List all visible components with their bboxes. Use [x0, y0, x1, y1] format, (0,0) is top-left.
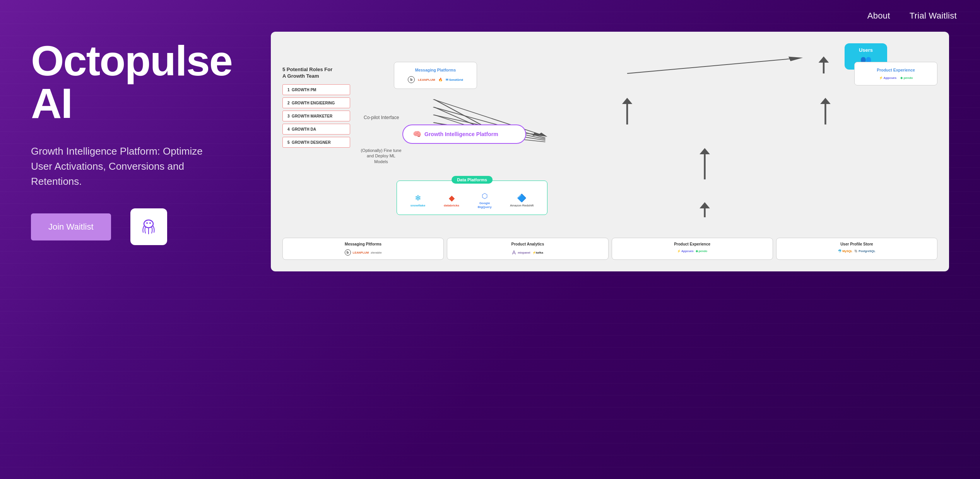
- hero-subtitle: Growth Intelligence Platform: Optimize U…: [31, 144, 217, 189]
- svg-rect-0: [137, 215, 160, 239]
- about-link[interactable]: About: [867, 11, 890, 21]
- bottom-analytics-logos: A mixpanel ⚡kafka: [451, 249, 604, 256]
- bottom-user-store-box: User Profile Store 🐬 MySQL 🐘 PostgreSQL: [776, 238, 937, 260]
- bottom-messaging-title: Messaging Pltforms: [287, 242, 440, 246]
- diagram-section: Users 👥 Messaging Platforms b LEANPLUM 🔥…: [271, 32, 949, 271]
- data-platforms-label: Data Platforms: [452, 176, 493, 184]
- roles-title: 5 Potential Roles For A Growth Team: [282, 66, 333, 80]
- trial-waitlist-link[interactable]: Trial Waitlist: [910, 11, 957, 21]
- appcues-logo: ⚡ Appcues: [879, 76, 897, 80]
- bottom-product-exp-title: Product Experience: [616, 242, 769, 246]
- bottom-messaging-logos: b LEANPLUM zterable: [287, 249, 440, 256]
- leanplum-logo: LEANPLUM: [418, 78, 435, 82]
- data-logos: ❄ snowflake ◆ databricks ⬡ GoogleBigQuer…: [403, 192, 541, 209]
- roles-section: 5 Potential Roles For A Growth Team 1 GR…: [282, 66, 350, 150]
- svg-line-11: [627, 58, 800, 73]
- main-content: Octopulse AI Growth Intelligence Platfor…: [0, 32, 980, 295]
- bigquery-item: ⬡ GoogleBigQuery: [478, 192, 492, 209]
- bottom-product-exp-logos: ⚡ Appcues ◆ pendo: [616, 249, 769, 253]
- snowflake-item: ❄ snowflake: [410, 193, 426, 207]
- role-item-4: 4 GROWTH DA: [282, 124, 350, 135]
- databricks-item: ◆ databricks: [444, 193, 459, 207]
- messaging-logos: b LEANPLUM 🔥 ✉ SendGrid: [400, 76, 470, 83]
- optionally-label: (Optionally) Fine tune and Deploy ML Mod…: [360, 148, 402, 164]
- users-label: Users: [859, 47, 873, 53]
- bottom-analytics-box: Product Analytics A mixpanel ⚡kafka: [447, 238, 608, 260]
- role-item-1: 1 GROWTH PM: [282, 84, 350, 95]
- cta-area: Join Waitlist: [31, 208, 248, 245]
- role-item-2: 2 GROWTH ENGIEERING: [282, 97, 350, 108]
- gip-icon: 🧠: [413, 130, 421, 138]
- pendo-logo: ◆ pendo: [900, 76, 913, 80]
- copilot-label: Co-pilot Interface: [364, 115, 399, 120]
- role-item-3: 3 GROWTH MARKETER: [282, 111, 350, 121]
- data-platforms-box: Data Platforms ❄ snowflake ◆ databricks …: [397, 181, 547, 215]
- flame-icon: 🔥: [438, 78, 443, 82]
- product-experience-box: Product Experience ⚡ Appcues ◆ pendo: [854, 62, 937, 85]
- bottom-analytics-title: Product Analytics: [451, 242, 604, 246]
- logo-box: [130, 208, 167, 245]
- page-title: Octopulse AI: [31, 39, 248, 124]
- messaging-title: Messaging Platforms: [400, 68, 470, 72]
- sendgrid-logo: ✉ SendGrid: [446, 78, 463, 82]
- bottom-user-store-title: User Profile Store: [780, 242, 933, 246]
- bottom-messaging-box: Messaging Pltforms b LEANPLUM zterable: [282, 238, 444, 260]
- svg-point-2: [146, 222, 148, 224]
- gip-box: 🧠 Growth Intelligence Platform: [402, 124, 526, 144]
- gip-label: Growth Intelligence Platform: [424, 131, 498, 137]
- redshift-item: 🔷 Amazon Redshift: [510, 193, 534, 208]
- role-item-5: 5 GROWTH DESIGNER: [282, 137, 350, 148]
- product-exp-logos: ⚡ Appcues ◆ pendo: [861, 76, 931, 80]
- bottom-product-exp-box: Product Experience ⚡ Appcues ◆ pendo: [612, 238, 773, 260]
- left-section: Octopulse AI Growth Intelligence Platfor…: [31, 32, 248, 245]
- octopulse-logo-icon: [137, 215, 160, 239]
- bottom-row: Messaging Pltforms b LEANPLUM zterable P…: [282, 238, 937, 260]
- join-waitlist-button[interactable]: Join Waitlist: [31, 213, 111, 240]
- svg-point-3: [149, 222, 151, 224]
- navbar: About Trial Waitlist: [0, 0, 980, 32]
- product-exp-title: Product Experience: [861, 68, 931, 72]
- page-wrapper: About Trial Waitlist Octopulse AI Growth…: [0, 0, 980, 479]
- diagram: Users 👥 Messaging Platforms b LEANPLUM 🔥…: [282, 43, 937, 260]
- messaging-platforms-box: Messaging Platforms b LEANPLUM 🔥 ✉ SendG…: [394, 62, 477, 89]
- bottom-user-store-logos: 🐬 MySQL 🐘 PostgreSQL: [780, 249, 933, 253]
